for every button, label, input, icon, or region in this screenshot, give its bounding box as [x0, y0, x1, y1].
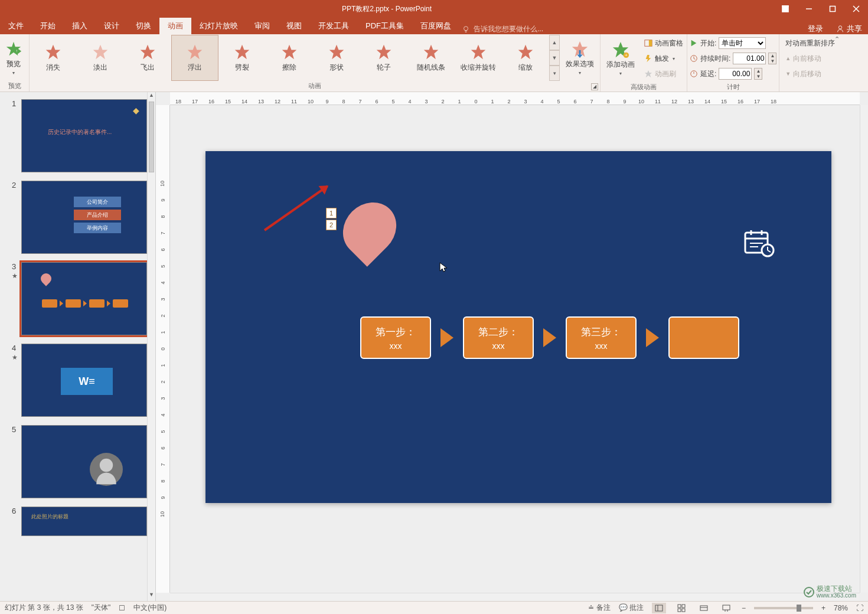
animation-tag-2[interactable]: 2 [326, 220, 337, 230]
start-row: 开始: 单击时 [687, 35, 779, 51]
lightbulb-icon [462, 25, 470, 34]
svg-rect-75 [700, 606, 707, 610]
slide-thumbnail-1[interactable]: 1 ◆历史记录中的著名事件... [12, 99, 147, 172]
svg-rect-3 [830, 6, 836, 12]
tab-pdf-tools[interactable]: PDF工具集 [357, 18, 412, 34]
share-button[interactable]: 共享 [830, 24, 868, 34]
anim-shrinkturn[interactable]: 收缩并旋转 [455, 35, 502, 81]
gallery-expand[interactable]: ▾ [549, 66, 560, 81]
tab-transitions[interactable]: 切换 [128, 18, 159, 34]
gallery-scroll-down[interactable]: ▼ [549, 50, 560, 66]
vertical-ruler[interactable]: 10987654321012345678910 [156, 105, 170, 593]
slide-thumbnail-3[interactable]: 3★ [12, 262, 147, 335]
svg-rect-74 [682, 609, 685, 612]
tab-home[interactable]: 开始 [32, 18, 64, 34]
tab-file[interactable]: 文件 [0, 18, 32, 34]
step-3-box[interactable]: 第三步：xxx [566, 316, 637, 359]
slide-thumbnail-4[interactable]: 4★ W≡ [12, 344, 147, 417]
notes-button[interactable]: ≐ 备注 [588, 603, 610, 613]
minimize-button[interactable] [797, 0, 821, 18]
thumbnails-scrollbar[interactable]: ▲ ▼ [147, 92, 155, 601]
start-label: 开始: [700, 38, 716, 48]
add-animation-button[interactable]: + 添加动画▾ [601, 35, 641, 82]
slide-thumbnails-panel: 1 ◆历史记录中的著名事件... 2 公司简介产品介绍举例内容 3★ 4★ W≡… [0, 92, 156, 601]
red-arrow-annotation [264, 185, 328, 231]
scrollbar-thumb[interactable] [149, 102, 154, 172]
move-later-button[interactable]: ▼向后移动 [782, 66, 838, 81]
flowchart[interactable]: 第一步：xxx 第二步：xxx 第三步：xxx [360, 316, 739, 359]
tab-insert[interactable]: 插入 [64, 18, 96, 34]
gallery-scroll-up[interactable]: ▲ [549, 35, 560, 50]
duration-label: 持续时间: [700, 54, 730, 64]
editor-vscrollbar[interactable] [860, 105, 868, 593]
step-2-box[interactable]: 第二步：xxx [463, 316, 534, 359]
close-button[interactable] [844, 0, 868, 18]
start-select[interactable]: 单击时 [719, 37, 766, 49]
anim-disappear[interactable]: 消失 [30, 35, 77, 81]
anim-shape[interactable]: 形状 [313, 35, 360, 81]
anim-wipe[interactable]: 擦除 [266, 35, 313, 81]
horizontal-ruler[interactable]: 1817161514131211109876543210123456789101… [170, 92, 860, 105]
editor-hscrollbar[interactable] [170, 593, 860, 601]
tab-animations[interactable]: 动画 [159, 18, 191, 34]
comments-button[interactable]: 💬 批注 [619, 603, 644, 613]
tab-design[interactable]: 设计 [96, 18, 128, 34]
move-earlier-button[interactable]: ▲向前移动 [782, 51, 838, 66]
slide-thumbnail-2[interactable]: 2 公司简介产品介绍举例内容 [12, 181, 147, 254]
maximize-button[interactable] [821, 0, 844, 18]
anim-zoom[interactable]: 缩放 [502, 35, 549, 81]
svg-line-36 [694, 58, 696, 60]
step-1-box[interactable]: 第一步：xxx [360, 316, 431, 359]
tab-view[interactable]: 视图 [278, 18, 310, 34]
reading-view-button[interactable] [697, 603, 711, 613]
collapse-ribbon-icon[interactable]: ⌃ [834, 35, 840, 43]
anim-flyout[interactable]: 飞出 [124, 35, 171, 81]
svg-point-58 [100, 459, 113, 472]
zoom-out-button[interactable]: − [742, 604, 746, 612]
slide-thumbnail-6[interactable]: 6 此处照片的标题 [12, 507, 147, 536]
tab-review[interactable]: 审阅 [246, 18, 278, 34]
duration-input[interactable] [733, 53, 766, 64]
tab-baidu-netdisk[interactable]: 百度网盘 [412, 18, 459, 34]
zoom-in-button[interactable]: + [821, 604, 825, 612]
tab-developer[interactable]: 开发工具 [310, 18, 357, 34]
animation-painter-button[interactable]: 动画刷 [641, 66, 687, 81]
anim-split[interactable]: 劈裂 [218, 35, 266, 81]
teardrop-shape[interactable] [332, 191, 407, 266]
step-4-box[interactable] [668, 316, 739, 359]
sign-in-button[interactable]: 登录 [801, 24, 830, 34]
trigger-button[interactable]: 触发▾ [641, 51, 687, 66]
tell-me-search[interactable]: 告诉我您想要做什么... [462, 24, 543, 34]
anim-wheel[interactable]: 轮子 [360, 35, 407, 81]
calendar-clock-icon[interactable] [743, 228, 775, 257]
delay-spinner[interactable]: ▲▼ [754, 68, 762, 80]
anim-randombars[interactable]: 随机线条 [407, 35, 455, 81]
duration-spinner[interactable]: ▲▼ [768, 53, 776, 64]
ribbon: 预览 ▾ 预览 消失 淡出 飞出 浮出 劈裂 擦除 形状 轮子 随机线条 收缩并… [0, 34, 868, 92]
spellcheck-icon[interactable]: ☐ [119, 604, 125, 612]
language-info[interactable]: 中文(中国) [133, 603, 167, 613]
animation-launcher[interactable]: ◢ [591, 83, 598, 90]
animation-pane-button[interactable]: 动画窗格 [641, 35, 687, 51]
sorter-view-button[interactable] [674, 603, 688, 613]
anim-floatout[interactable]: 浮出 [171, 35, 218, 81]
preview-button[interactable]: 预览 ▾ [0, 34, 27, 81]
zoom-percent[interactable]: 78% [834, 604, 848, 612]
anim-fade[interactable]: 淡出 [77, 35, 124, 81]
tab-slideshow[interactable]: 幻灯片放映 [191, 18, 246, 34]
ribbon-display-options-icon[interactable] [774, 0, 797, 18]
animation-gallery[interactable]: 消失 淡出 飞出 浮出 劈裂 擦除 形状 轮子 随机线条 收缩并旋转 缩放 ▲ … [30, 35, 560, 81]
normal-view-button[interactable] [652, 603, 666, 613]
slide-canvas[interactable]: 1 2 第一步：xxx 第二步：xxx 第三步：xxx [205, 151, 831, 503]
zoom-handle[interactable] [797, 605, 801, 612]
scroll-up-button[interactable]: ▲ [148, 92, 155, 102]
animation-tag-1[interactable]: 1 [326, 208, 337, 218]
slideshow-view-button[interactable] [719, 603, 733, 613]
slide-thumbnail-5[interactable]: 5 [12, 425, 147, 498]
fit-to-window-button[interactable]: ⛶ [856, 604, 863, 612]
zoom-slider[interactable] [754, 607, 813, 609]
delay-input[interactable] [719, 68, 752, 80]
effect-options-button[interactable]: 效果选项▾ [560, 34, 600, 81]
svg-rect-73 [678, 609, 681, 612]
scroll-down-button[interactable]: ▼ [148, 592, 155, 601]
